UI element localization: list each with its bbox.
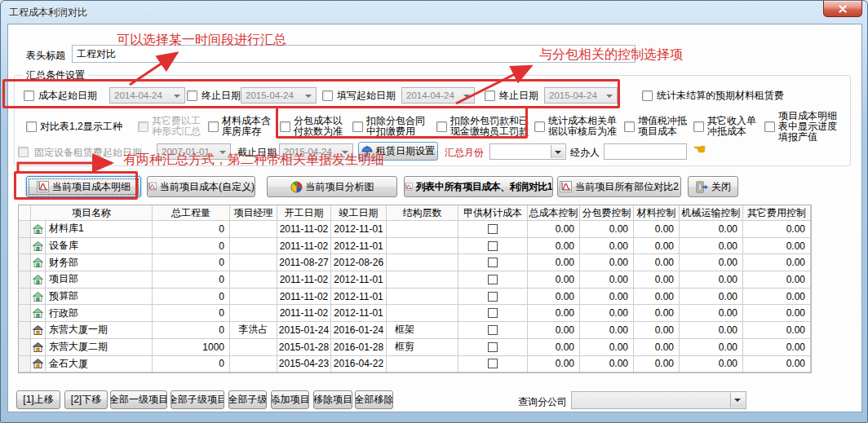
project-house-icon xyxy=(33,359,43,368)
toolbar-button[interactable]: 列表中所有项目成本、利润对比1 xyxy=(404,176,553,197)
option-checkbox[interactable] xyxy=(624,121,635,132)
supplied-material-checkbox[interactable] xyxy=(488,241,498,251)
option-checkbox-item[interactable]: 扣除分包合同 中扣缴费用 xyxy=(352,109,425,143)
toolbar-button[interactable]: 当前项目成本明细 xyxy=(26,176,141,197)
option-checkbox[interactable] xyxy=(138,121,148,132)
start-date-cell: 2011-11-02 xyxy=(277,289,331,305)
table-row[interactable]: 材料库102011-11-022012-11-010.000.000.000.0… xyxy=(19,221,811,238)
date-checkbox[interactable] xyxy=(24,90,34,101)
footer-button-label: 全部子级项目 xyxy=(170,393,224,407)
quantity-cell: 0 xyxy=(153,305,230,321)
total-cost-cell: 0.00 xyxy=(528,305,580,321)
option-checkbox-item[interactable]: 材料成本含 库房库存 xyxy=(208,109,271,143)
option-checkbox-item[interactable]: 分包成本以 付款数为准 xyxy=(280,109,343,143)
footer-button[interactable]: 全部移除 xyxy=(355,390,393,409)
date-combo[interactable]: 2015-04-24 xyxy=(544,87,618,104)
supplied-material-cell xyxy=(458,271,528,288)
supplied-material-checkbox[interactable] xyxy=(488,292,498,302)
branch-query-combo[interactable] xyxy=(571,391,746,409)
toolbar-button[interactable]: 关闭 xyxy=(688,176,738,197)
option-checkbox[interactable] xyxy=(693,121,704,132)
machine-cost-cell: 0.00 xyxy=(680,356,743,372)
option-checkbox-item[interactable]: 项目成本明细 表中显示进度 填报产值 xyxy=(764,109,837,143)
machine-cost-cell: 0.00 xyxy=(680,322,743,338)
supplied-material-checkbox[interactable] xyxy=(488,258,498,267)
header-structure: 结构层数 xyxy=(387,205,458,220)
footer-button[interactable]: 添加项目 xyxy=(271,390,309,409)
option-checkbox-item[interactable]: 对比表1,2显示工种 xyxy=(26,109,122,143)
option-checkbox[interactable] xyxy=(764,121,775,132)
table-row[interactable]: 设备库02011-11-022012-11-010.000.000.000.00… xyxy=(19,238,811,255)
supplied-material-cell xyxy=(458,221,528,237)
close-button[interactable] xyxy=(823,1,862,17)
toolbar-button[interactable]: 当前项目所有部位对比2 xyxy=(557,176,681,197)
other-cost-cell: 0.00 xyxy=(743,356,811,372)
supplied-material-checkbox[interactable] xyxy=(488,342,498,352)
date-combo[interactable]: 2014-04-24 xyxy=(401,87,475,104)
date-checkbox[interactable] xyxy=(642,90,653,101)
fixed-lease-start-checkbox[interactable] xyxy=(18,147,29,157)
total-cost-cell: 0.00 xyxy=(528,322,580,338)
supplied-material-checkbox[interactable] xyxy=(488,275,498,284)
footer-button[interactable]: 全部子级 xyxy=(228,390,267,409)
date-checkbox[interactable] xyxy=(485,90,495,101)
house-green-icon xyxy=(31,289,46,305)
date-checkbox-label: 终止日期 xyxy=(202,87,241,104)
end-date-cell: 2012-11-01 xyxy=(331,271,387,288)
supplied-material-checkbox[interactable] xyxy=(488,325,498,335)
project-name-cell: 设备库 xyxy=(46,238,153,254)
option-checkbox[interactable] xyxy=(352,121,363,132)
option-checkbox-item[interactable]: 统计成本相关单 据以审核后为准 xyxy=(534,109,617,143)
pointing-hand-icon[interactable]: ☚ xyxy=(693,142,706,158)
supplied-material-checkbox[interactable] xyxy=(488,359,498,368)
footer-button[interactable]: [2]下移 xyxy=(64,390,108,409)
footer-button[interactable]: 全部子级项目 xyxy=(170,390,224,409)
option-checkbox[interactable] xyxy=(208,121,219,132)
option-checkbox[interactable] xyxy=(534,121,545,132)
date-combo[interactable]: 2014-04-24 xyxy=(109,87,185,104)
option-checkbox-label: 项目成本明细 表中显示进度 填报产值 xyxy=(778,111,837,143)
option-checkbox-item[interactable]: 增值税冲抵 项目成本 xyxy=(624,109,687,143)
date-checkbox[interactable] xyxy=(322,90,333,101)
table-row[interactable]: 东营大厦一期0李洪占2015-01-242016-01-24框架0.000.00… xyxy=(19,322,811,339)
date-checkbox-label: 填写起始日期 xyxy=(337,87,396,104)
toolbar-button[interactable]: 当前项目成本(自定义) xyxy=(147,176,255,197)
material-cost-cell: 0.00 xyxy=(634,339,680,355)
supplied-material-checkbox[interactable] xyxy=(488,224,498,234)
titlebar[interactable]: 工程成本利润对比 xyxy=(1,1,867,24)
toolbar-button[interactable]: 当前项目分析图 xyxy=(267,176,397,197)
option-checkbox[interactable] xyxy=(436,121,447,132)
manager-cell xyxy=(230,289,277,305)
other-cost-cell: 0.00 xyxy=(743,271,811,288)
table-row[interactable]: 财务部02011-08-272012-08-260.000.000.000.00… xyxy=(19,254,811,271)
header-material-ctrl: 材料控制 xyxy=(634,205,680,220)
other-cost-cell: 0.00 xyxy=(743,238,811,254)
table-row[interactable]: 项目部02011-11-022012-11-010.000.000.000.00… xyxy=(19,271,811,289)
table-row[interactable]: 东营大厦二期10002015-01-282016-01-28框剪0.000.00… xyxy=(19,339,811,356)
supplied-material-checkbox[interactable] xyxy=(488,308,498,318)
table-row[interactable]: 金石大厦02015-04-232016-04-220.000.000.000.0… xyxy=(19,356,811,373)
date-checkbox[interactable] xyxy=(187,90,197,101)
footer-button[interactable]: [1]上移 xyxy=(16,390,60,409)
table-row[interactable]: 预算部02011-11-022012-11-010.000.000.000.00… xyxy=(19,289,811,306)
department-house-icon xyxy=(33,308,43,318)
end-date-cell: 2012-11-01 xyxy=(331,238,387,254)
option-checkbox-label: 增值税冲抵 项目成本 xyxy=(638,116,687,137)
start-date-cell: 2015-04-23 xyxy=(277,356,331,372)
option-checkbox[interactable] xyxy=(280,121,290,132)
footer-button[interactable]: 移除项目 xyxy=(313,390,352,409)
option-checkbox-item[interactable]: 其它费以工 种形式汇总 xyxy=(138,109,201,143)
option-checkbox[interactable] xyxy=(26,121,37,132)
footer-button[interactable]: 全部一级项目 xyxy=(110,390,167,409)
option-checkbox-label: 扣除分包合同 中扣缴费用 xyxy=(366,116,425,137)
table-row[interactable]: 行政部02011-11-022012-11-010.000.000.000.00… xyxy=(19,305,811,322)
agent-input[interactable] xyxy=(604,143,687,160)
total-cost-cell: 0.00 xyxy=(528,271,580,288)
option-checkbox-item[interactable]: 其它收入单 冲抵成本 xyxy=(693,109,756,143)
toolbar-button-label: 当前项目所有部位对比2 xyxy=(575,180,679,194)
date-combo[interactable]: 2015-04-24 xyxy=(241,87,317,104)
summary-month-combo[interactable] xyxy=(489,143,566,160)
end-date-cell: 2016-04-22 xyxy=(331,356,387,372)
subcontract-cost-cell: 0.00 xyxy=(580,238,634,254)
option-checkbox-item[interactable]: 扣除外包罚款和已 现金缴纳员工罚款 xyxy=(436,109,529,143)
